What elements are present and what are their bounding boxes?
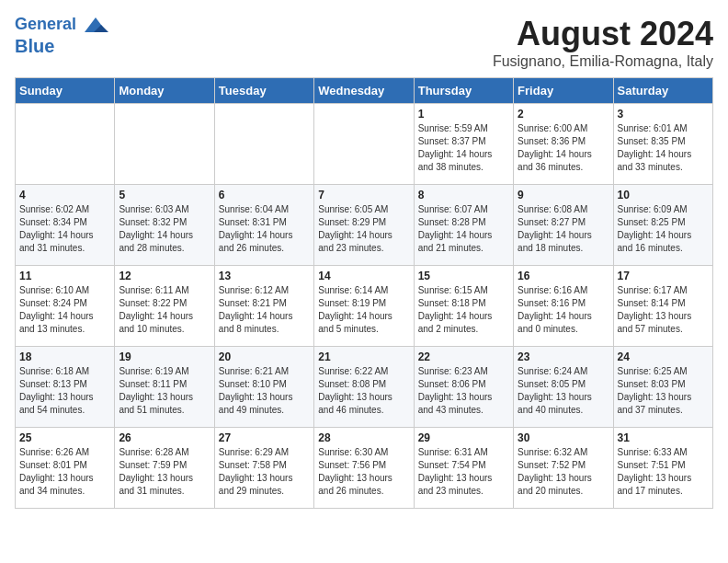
calendar-cell: 4Sunrise: 6:02 AM Sunset: 8:34 PM Daylig… [16,185,115,266]
day-number: 10 [618,189,709,201]
day-header-wednesday: Wednesday [314,78,414,104]
day-info: Sunrise: 6:29 AM Sunset: 7:58 PM Dayligh… [219,446,310,498]
calendar-cell: 7Sunrise: 6:05 AM Sunset: 8:29 PM Daylig… [314,185,414,266]
day-info: Sunrise: 6:12 AM Sunset: 8:21 PM Dayligh… [219,284,310,336]
calendar-cell: 26Sunrise: 6:28 AM Sunset: 7:59 PM Dayli… [115,428,214,509]
day-info: Sunrise: 6:14 AM Sunset: 8:19 PM Dayligh… [318,284,409,336]
day-number: 19 [119,350,210,363]
calendar-cell: 12Sunrise: 6:11 AM Sunset: 8:22 PM Dayli… [115,266,214,347]
day-number: 28 [318,431,409,444]
day-number: 21 [318,350,409,363]
day-info: Sunrise: 6:28 AM Sunset: 7:59 PM Dayligh… [119,446,210,498]
day-header-friday: Friday [514,78,613,104]
calendar-cell: 5Sunrise: 6:03 AM Sunset: 8:32 PM Daylig… [115,185,214,266]
calendar-subtitle: Fusignano, Emilia-Romagna, Italy [493,53,713,70]
day-number: 31 [618,431,709,444]
logo-blue: Blue [15,36,54,56]
day-number: 5 [119,189,210,201]
calendar-cell: 30Sunrise: 6:32 AM Sunset: 7:52 PM Dayli… [514,428,613,509]
day-number: 14 [318,270,409,282]
day-info: Sunrise: 6:32 AM Sunset: 7:52 PM Dayligh… [518,446,609,498]
day-info: Sunrise: 6:17 AM Sunset: 8:14 PM Dayligh… [618,284,709,336]
calendar-cell [16,104,115,185]
day-info: Sunrise: 6:31 AM Sunset: 7:54 PM Dayligh… [418,446,509,498]
day-number: 13 [219,270,310,282]
day-number: 8 [418,189,509,201]
day-info: Sunrise: 6:24 AM Sunset: 8:05 PM Dayligh… [518,365,609,417]
calendar-week-row: 1Sunrise: 5:59 AM Sunset: 8:37 PM Daylig… [16,104,713,185]
day-number: 3 [618,108,709,121]
calendar-cell: 22Sunrise: 6:23 AM Sunset: 8:06 PM Dayli… [414,347,513,428]
calendar-cell: 20Sunrise: 6:21 AM Sunset: 8:10 PM Dayli… [214,347,313,428]
calendar-header-row: SundayMondayTuesdayWednesdayThursdayFrid… [16,78,713,104]
page-header: General Blue August 2024 Fusignano, Emil… [15,15,713,70]
day-number: 23 [518,350,609,363]
logo: General Blue [15,15,108,57]
day-number: 4 [19,189,110,201]
day-header-tuesday: Tuesday [214,78,313,104]
calendar-cell: 13Sunrise: 6:12 AM Sunset: 8:21 PM Dayli… [214,266,313,347]
day-info: Sunrise: 6:15 AM Sunset: 8:18 PM Dayligh… [418,284,509,336]
day-number: 26 [119,431,210,444]
calendar-cell: 24Sunrise: 6:25 AM Sunset: 8:03 PM Dayli… [613,347,712,428]
day-number: 7 [318,189,409,201]
day-info: Sunrise: 6:05 AM Sunset: 8:29 PM Dayligh… [318,203,409,255]
calendar-cell: 14Sunrise: 6:14 AM Sunset: 8:19 PM Dayli… [314,266,414,347]
calendar-cell [214,104,313,185]
calendar-cell: 10Sunrise: 6:09 AM Sunset: 8:25 PM Dayli… [613,185,712,266]
day-number: 18 [19,350,110,363]
calendar-cell: 31Sunrise: 6:33 AM Sunset: 7:51 PM Dayli… [613,428,712,509]
logo-text: General [15,15,76,33]
calendar-week-row: 18Sunrise: 6:18 AM Sunset: 8:13 PM Dayli… [16,347,713,428]
calendar-cell: 9Sunrise: 6:08 AM Sunset: 8:27 PM Daylig… [514,185,613,266]
calendar-week-row: 25Sunrise: 6:26 AM Sunset: 8:01 PM Dayli… [16,428,713,509]
day-number: 16 [518,270,609,282]
day-info: Sunrise: 6:10 AM Sunset: 8:24 PM Dayligh… [19,284,110,336]
calendar-week-row: 11Sunrise: 6:10 AM Sunset: 8:24 PM Dayli… [16,266,713,347]
day-info: Sunrise: 6:01 AM Sunset: 8:35 PM Dayligh… [618,122,709,174]
day-number: 24 [618,350,709,363]
day-info: Sunrise: 6:23 AM Sunset: 8:06 PM Dayligh… [418,365,509,417]
calendar-cell: 21Sunrise: 6:22 AM Sunset: 8:08 PM Dayli… [314,347,414,428]
day-number: 15 [418,270,509,282]
calendar-cell: 11Sunrise: 6:10 AM Sunset: 8:24 PM Dayli… [16,266,115,347]
day-info: Sunrise: 6:00 AM Sunset: 8:36 PM Dayligh… [518,122,609,174]
calendar-cell: 17Sunrise: 6:17 AM Sunset: 8:14 PM Dayli… [613,266,712,347]
day-info: Sunrise: 6:30 AM Sunset: 7:56 PM Dayligh… [318,446,409,498]
day-number: 12 [119,270,210,282]
calendar-week-row: 4Sunrise: 6:02 AM Sunset: 8:34 PM Daylig… [16,185,713,266]
day-number: 6 [219,189,310,201]
day-number: 27 [219,431,310,444]
calendar-cell: 19Sunrise: 6:19 AM Sunset: 8:11 PM Dayli… [115,347,214,428]
calendar-table: SundayMondayTuesdayWednesdayThursdayFrid… [15,77,713,509]
calendar-cell: 8Sunrise: 6:07 AM Sunset: 8:28 PM Daylig… [414,185,513,266]
day-number: 25 [19,431,110,444]
calendar-cell: 25Sunrise: 6:26 AM Sunset: 8:01 PM Dayli… [16,428,115,509]
day-number: 29 [418,431,509,444]
calendar-cell: 6Sunrise: 6:04 AM Sunset: 8:31 PM Daylig… [214,185,313,266]
day-info: Sunrise: 6:04 AM Sunset: 8:31 PM Dayligh… [219,203,310,255]
calendar-cell: 15Sunrise: 6:15 AM Sunset: 8:18 PM Dayli… [414,266,513,347]
day-number: 2 [518,108,609,121]
day-info: Sunrise: 6:11 AM Sunset: 8:22 PM Dayligh… [119,284,210,336]
calendar-cell: 16Sunrise: 6:16 AM Sunset: 8:16 PM Dayli… [514,266,613,347]
calendar-cell: 1Sunrise: 5:59 AM Sunset: 8:37 PM Daylig… [414,104,513,185]
calendar-cell: 29Sunrise: 6:31 AM Sunset: 7:54 PM Dayli… [414,428,513,509]
day-info: Sunrise: 6:21 AM Sunset: 8:10 PM Dayligh… [219,365,310,417]
day-info: Sunrise: 6:25 AM Sunset: 8:03 PM Dayligh… [618,365,709,417]
day-info: Sunrise: 6:18 AM Sunset: 8:13 PM Dayligh… [19,365,110,417]
day-info: Sunrise: 6:07 AM Sunset: 8:28 PM Dayligh… [418,203,509,255]
day-header-sunday: Sunday [16,78,115,104]
day-header-monday: Monday [115,78,214,104]
day-number: 9 [518,189,609,201]
day-number: 11 [19,270,110,282]
calendar-cell: 28Sunrise: 6:30 AM Sunset: 7:56 PM Dayli… [314,428,414,509]
day-info: Sunrise: 6:22 AM Sunset: 8:08 PM Dayligh… [318,365,409,417]
day-info: Sunrise: 6:02 AM Sunset: 8:34 PM Dayligh… [19,203,110,255]
day-info: Sunrise: 6:16 AM Sunset: 8:16 PM Dayligh… [518,284,609,336]
day-info: Sunrise: 6:08 AM Sunset: 8:27 PM Dayligh… [518,203,609,255]
day-info: Sunrise: 6:03 AM Sunset: 8:32 PM Dayligh… [119,203,210,255]
day-number: 1 [418,108,509,121]
day-header-thursday: Thursday [414,78,513,104]
day-info: Sunrise: 5:59 AM Sunset: 8:37 PM Dayligh… [418,122,509,174]
